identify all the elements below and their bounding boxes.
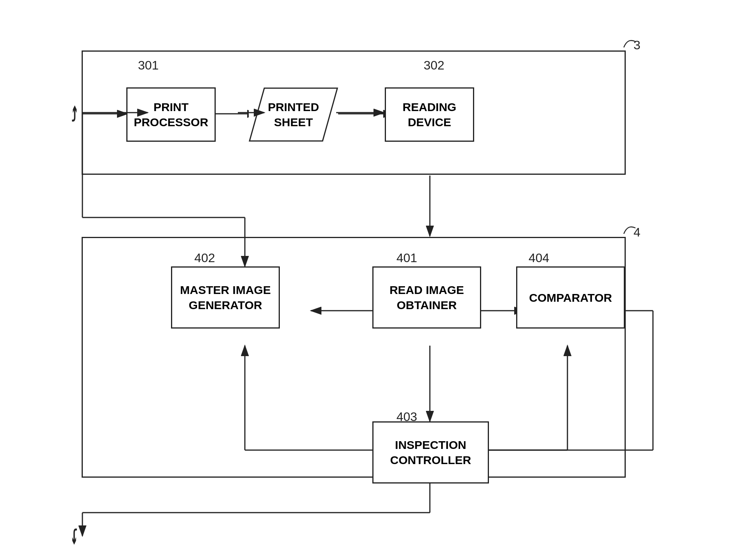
label-302: 302	[424, 58, 444, 73]
input-bracket: ⤴	[72, 104, 77, 127]
printed-sheet-label: PRINTED SHEET	[249, 99, 338, 130]
diagram-container: 3 301 302 PRINT PROCESSOR P	[58, 19, 696, 540]
label-301: 301	[138, 58, 159, 73]
output-bracket: ⤴	[72, 524, 77, 547]
printed-sheet-box: PRINTED SHEET	[249, 87, 338, 142]
inspection-controller-label: INSPECTION CONTROLLER	[374, 437, 488, 468]
reading-device-box: READING DEVICE	[385, 87, 474, 142]
comparator-label: COMPARATOR	[529, 290, 612, 305]
label-401: 401	[396, 251, 417, 265]
read-image-obtainer-box: READ IMAGE OBTAINER	[372, 266, 481, 329]
curl-3	[620, 36, 639, 51]
master-image-generator-label: MASTER IMAGE GENERATOR	[172, 282, 279, 313]
reading-device-label: READING DEVICE	[386, 99, 473, 130]
read-image-obtainer-label: READ IMAGE OBTAINER	[374, 282, 480, 313]
label-404: 404	[529, 251, 549, 265]
comparator-box: COMPARATOR	[516, 266, 625, 329]
curl-4	[620, 222, 639, 238]
master-image-generator-box: MASTER IMAGE GENERATOR	[171, 266, 280, 329]
print-processor-label: PRINT PROCESSOR	[127, 99, 215, 130]
print-processor-box: PRINT PROCESSOR	[126, 87, 216, 142]
label-402: 402	[194, 251, 215, 265]
inspection-controller-box: INSPECTION CONTROLLER	[372, 421, 489, 483]
